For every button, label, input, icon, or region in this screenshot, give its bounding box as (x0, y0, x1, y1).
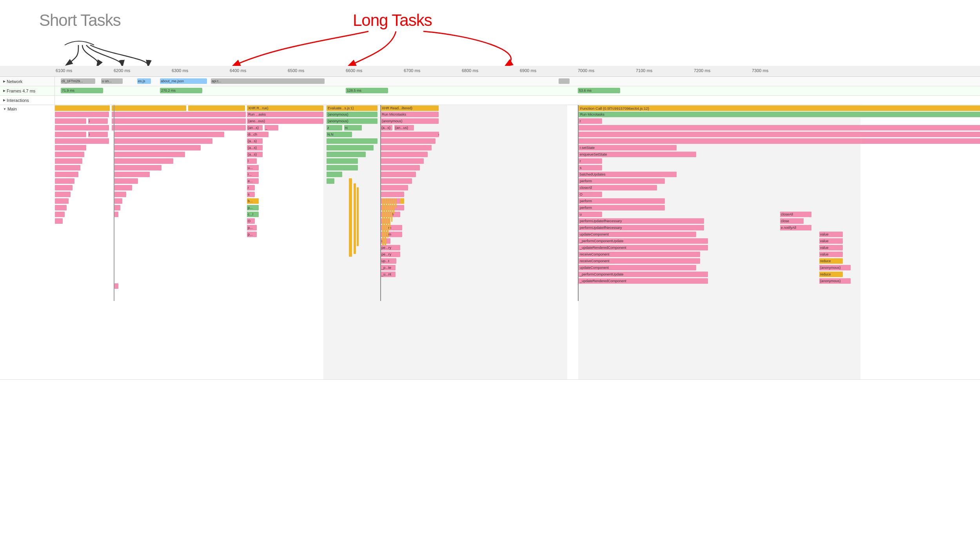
anon-far-r-1: (anonymous) (819, 265, 851, 270)
time-label-7200: 7200 ms (694, 68, 710, 73)
frames-track-label: Frames 4.7 ms (7, 89, 35, 93)
network-track: Network cli_1FTm29... u un... es.js abou… (0, 77, 980, 86)
mid-row-2 (381, 138, 436, 144)
reduce-far-r-2: reduce (819, 272, 843, 277)
long-tasks-label: Long Tasks (353, 11, 432, 30)
value-far-r-4: value (819, 252, 843, 257)
mid-row-8 (381, 178, 412, 184)
a-s-bar: (a...s) (381, 125, 392, 130)
time-label-6100: 6100 ms (56, 68, 72, 73)
receive-comp-r-2: receiveComponent (579, 258, 700, 264)
main-expand-icon[interactable] (3, 107, 6, 111)
timeline-container: 6100 ms 6200 ms 6300 ms 6400 ms 6500 ms … (0, 66, 980, 380)
an-s-bar1: (an...s) (247, 125, 263, 130)
time-label-6500: 6500 ms (288, 68, 304, 73)
flame-left-2a (55, 118, 86, 124)
network-expand-icon[interactable] (3, 80, 5, 83)
main-label: Main (0, 105, 55, 111)
c-l-bar: c...l (247, 212, 259, 217)
close-r: close (780, 218, 804, 224)
col2-3 (114, 132, 224, 137)
more-pink-6 (55, 178, 74, 184)
eval-green-3 (327, 152, 366, 157)
b-bar: b... (247, 198, 259, 204)
col2-0 (114, 112, 246, 117)
di-ch-bar: di...ch (247, 132, 269, 137)
time-label-7100: 7100 ms (636, 68, 652, 73)
time-label-7000: 7000 ms (578, 68, 594, 73)
frame-bar-3: 128.5 ms (346, 88, 388, 93)
p-bar4: p... (247, 232, 257, 237)
time-label-6600: 6600 ms (346, 68, 362, 73)
network-bar-3: es.js (137, 78, 151, 84)
anon-far-r-2: (anonymous) (819, 278, 851, 284)
u-nt-bar: _u...nt (381, 272, 396, 277)
perf-comp-update-r: _performComponentUpdate (579, 238, 708, 244)
col2-9 (114, 172, 150, 177)
network-bar-6 (559, 78, 570, 84)
batched-updates-r: batchedUpdates (579, 172, 677, 177)
mid-yellow-tall3 (387, 198, 388, 237)
col2-14 (114, 205, 120, 210)
nn-bar: N.N (327, 132, 352, 137)
anon-bar-1: (anonymous) (327, 112, 377, 117)
flame-left-0c (188, 105, 245, 111)
mid-yellow-tall4 (389, 198, 390, 230)
o-bar: O (247, 218, 255, 224)
mid-row-9 (381, 185, 408, 190)
network-bar-5: api.t... (211, 78, 325, 84)
perf-comp-update-r-2: _performComponentUpdate (579, 272, 708, 277)
section-div-3 (578, 105, 579, 301)
r-setstate-bar: r.setState (579, 145, 677, 150)
col2-10 (114, 178, 138, 184)
s-bar-r: s (579, 165, 602, 170)
e-notify-all-r: e.notifyAll (780, 225, 811, 230)
mid-yellow-tall7 (395, 198, 396, 208)
dash-bar: _ (265, 125, 278, 130)
time-label-6300: 6300 ms (172, 68, 188, 73)
u-bar: u... (247, 165, 259, 170)
time-label-6200: 6200 ms (114, 68, 130, 73)
interactions-expand-icon[interactable] (3, 98, 5, 102)
frames-expand-icon[interactable] (3, 89, 5, 92)
u-bar-r: u (579, 212, 602, 217)
frame-bar-4: 53.6 ms (578, 88, 620, 93)
flame-left-0 (55, 105, 110, 111)
network-label: Network (0, 77, 55, 86)
perform-r-2: perform (579, 198, 665, 204)
l-bar: l (247, 158, 257, 164)
close-all-r: closeAll (579, 185, 657, 190)
anoo-ous-bar: (ano...ous) (247, 118, 323, 124)
frames-track: Frames 4.7 ms 71.9 ms 270.2 ms 128.5 ms … (0, 86, 980, 96)
main-track-label: Main (7, 107, 17, 111)
network-bar-2: u un... (101, 78, 123, 84)
o-bar-r: O (579, 192, 602, 197)
more-pink-3 (55, 158, 82, 164)
mid-row-3 (381, 145, 432, 150)
more-pink-8 (55, 192, 71, 197)
more-pink-11 (55, 212, 65, 217)
update-component-r: updateComponent (579, 232, 696, 237)
eval-yellow-tall3 (357, 187, 359, 246)
network-bar-1: cli_1FTm29... (61, 78, 95, 84)
eval-yellow-tall2 (354, 183, 356, 254)
interactions-label: Interactions (0, 96, 55, 105)
receive-comp-r-1: receiveComponent (579, 252, 700, 257)
col2-5 (114, 145, 201, 150)
frames-label: Frames 4.7 ms (0, 86, 55, 95)
frame-bar-2: 270.2 ms (160, 88, 202, 93)
r-bar-3: r... (247, 172, 259, 177)
col2-4 (114, 138, 212, 144)
more-pink-12 (55, 218, 63, 224)
right-row-3 (579, 125, 980, 130)
section-div-2 (380, 105, 381, 301)
eval-green-5 (327, 165, 350, 170)
perform-update-if-nec-1: performUpdateIfNecessary (579, 218, 704, 224)
perform-update-if-nec-2: performUpdateIfNecessary (579, 225, 704, 230)
p-bar3: p... (247, 225, 257, 230)
update-rendered-comp-r: _updateRenderedComponent (579, 245, 708, 250)
more-pink-1 (55, 145, 86, 150)
mid-row-10 (381, 192, 404, 197)
run-micro-right: Run Microtasks (579, 112, 980, 117)
time-label-6700: 6700 ms (404, 68, 420, 73)
